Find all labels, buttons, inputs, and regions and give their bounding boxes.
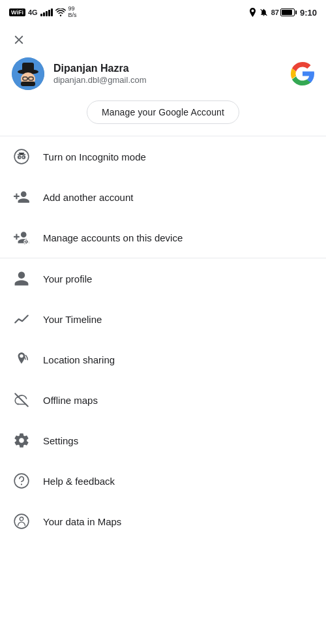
profile-email: dipanjan.dbl@gmail.com bbox=[53, 75, 147, 85]
google-logo bbox=[291, 62, 314, 85]
menu-item-your-timeline[interactable]: Your Timeline bbox=[0, 299, 326, 339]
manage-accounts-icon bbox=[13, 229, 30, 246]
manage-btn-wrapper: Manage your Google Account bbox=[0, 100, 326, 136]
svg-rect-3 bbox=[22, 63, 34, 72]
menu-item-your-data[interactable]: Your data in Maps bbox=[0, 501, 326, 542]
data-speed: 99B/s bbox=[68, 6, 77, 19]
your-timeline-icon bbox=[13, 311, 30, 328]
svg-point-14 bbox=[21, 483, 22, 485]
signal-bars bbox=[40, 8, 53, 16]
manage-accounts-label: Manage accounts on this device bbox=[43, 232, 183, 243]
help-feedback-icon bbox=[13, 472, 30, 489]
close-button[interactable] bbox=[0, 23, 326, 51]
avatar bbox=[12, 57, 44, 90]
offline-maps-label: Offline maps bbox=[43, 395, 98, 406]
your-profile-icon bbox=[13, 270, 30, 287]
profile-section: Dipanjan Hazra dipanjan.dbl@gmail.com bbox=[0, 51, 326, 100]
settings-label: Settings bbox=[43, 435, 78, 446]
wifi-icon bbox=[55, 8, 66, 16]
offline-maps-icon bbox=[13, 391, 30, 408]
menu-item-location-sharing[interactable]: Location sharing bbox=[0, 339, 326, 380]
location-sharing-icon bbox=[13, 351, 30, 368]
your-timeline-label: Your Timeline bbox=[43, 314, 102, 325]
battery-percent: 87 bbox=[271, 8, 279, 16]
menu-item-manage-accounts[interactable]: Manage accounts on this device bbox=[0, 217, 326, 258]
incognito-label: Turn on Incognito mode bbox=[43, 151, 146, 162]
profile-name: Dipanjan Hazra bbox=[53, 63, 147, 74]
menu-item-your-profile[interactable]: Your profile bbox=[0, 258, 326, 299]
status-bar: WiFi 4G 99B/s 87 bbox=[0, 0, 326, 23]
help-feedback-label: Help & feedback bbox=[43, 476, 115, 487]
clock: 9:10 bbox=[300, 8, 317, 18]
menu-item-incognito[interactable]: Turn on Incognito mode bbox=[0, 136, 326, 177]
battery-indicator: 87 bbox=[271, 8, 297, 16]
status-left: WiFi 4G 99B/s bbox=[9, 6, 77, 19]
network-type: 4G bbox=[28, 8, 38, 16]
menu-item-add-account[interactable]: Add another account bbox=[0, 177, 326, 217]
location-status-icon bbox=[249, 8, 256, 17]
manage-google-account-button[interactable]: Manage your Google Account bbox=[87, 100, 239, 124]
status-right: 87 9:10 bbox=[249, 8, 317, 18]
incognito-icon bbox=[13, 148, 30, 165]
wifi-label: WiFi bbox=[9, 8, 25, 16]
svg-point-13 bbox=[14, 474, 29, 488]
add-account-icon bbox=[13, 189, 30, 206]
svg-point-15 bbox=[14, 514, 29, 529]
menu-item-help-feedback[interactable]: Help & feedback bbox=[0, 461, 326, 501]
your-data-label: Your data in Maps bbox=[43, 516, 121, 527]
menu-item-offline-maps[interactable]: Offline maps bbox=[0, 380, 326, 420]
profile-left: Dipanjan Hazra dipanjan.dbl@gmail.com bbox=[12, 57, 147, 90]
your-data-icon bbox=[13, 513, 30, 530]
svg-rect-8 bbox=[21, 82, 35, 86]
settings-icon bbox=[13, 432, 30, 449]
your-profile-label: Your profile bbox=[43, 273, 92, 284]
notification-mute-icon bbox=[259, 8, 268, 17]
menu-item-settings[interactable]: Settings bbox=[0, 420, 326, 461]
location-sharing-label: Location sharing bbox=[43, 354, 115, 365]
profile-info: Dipanjan Hazra dipanjan.dbl@gmail.com bbox=[53, 63, 147, 85]
add-account-label: Add another account bbox=[43, 192, 133, 203]
